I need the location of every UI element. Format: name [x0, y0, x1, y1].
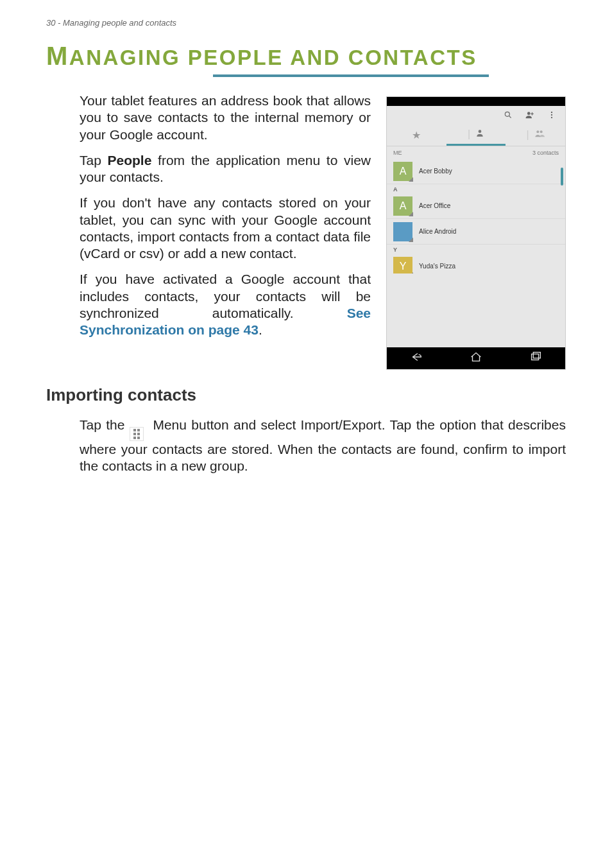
page-title: MANAGING PEOPLE AND CONTACTS [46, 42, 566, 71]
paragraph-4: If you have activated a Google account t… [46, 271, 371, 338]
tab-favorites[interactable]: ★ [387, 124, 446, 146]
svg-point-7 [551, 117, 552, 118]
paragraph-3: If you don't have any contacts stored on… [46, 195, 371, 262]
svg-line-1 [509, 116, 511, 118]
p4-post: . [259, 322, 262, 337]
svg-point-0 [505, 112, 509, 116]
avatar: Y [393, 257, 412, 276]
avatar-letter: A [400, 166, 407, 177]
section-header-a: A [387, 184, 565, 193]
p2-bold: People [108, 153, 152, 168]
paragraph-5: Tap the Menu button and select Import/Ex… [46, 417, 566, 475]
p5-pre: Tap the [80, 417, 130, 432]
tab-sep2: | [527, 129, 529, 141]
p2-pre: Tap [80, 153, 108, 168]
contacts-list: A Acer Bobby A A Acer Office Alice Andro… [387, 159, 565, 279]
avatar-letter: A [400, 200, 407, 212]
list-item[interactable]: A Acer Bobby [387, 159, 565, 184]
tab-all-contacts[interactable]: | [446, 124, 506, 146]
svg-rect-4 [531, 114, 534, 114]
svg-rect-11 [531, 354, 538, 360]
page-header: 30 - Managing people and contacts [46, 18, 566, 28]
me-section-header: ME 3 contacts [387, 146, 565, 159]
list-empty-area [387, 273, 565, 347]
avatar-badge [409, 238, 413, 242]
svg-rect-12 [533, 352, 540, 358]
p5-menu-label: Menu [153, 417, 187, 432]
svg-point-10 [540, 130, 542, 133]
title-underline [213, 74, 489, 77]
scroll-indicator [561, 168, 563, 186]
person-icon [475, 128, 484, 140]
p5-bold: Import/Export [301, 417, 382, 432]
contact-name: Acer Office [419, 202, 450, 209]
paragraph-2: Tap People from the application menu to … [46, 152, 371, 186]
avatar: A [393, 162, 412, 181]
paragraph-1: Your tablet features an address book tha… [46, 92, 371, 143]
contact-count: 3 contacts [532, 150, 559, 156]
title-first-letter: M [46, 42, 69, 70]
p5-mid: button and select [187, 417, 301, 432]
star-icon: ★ [412, 129, 421, 141]
svg-point-5 [551, 112, 552, 113]
contact-name: Yuda's Pizza [419, 263, 455, 270]
avatar-badge [409, 177, 413, 182]
importing-contacts-heading: Importing contacts [46, 385, 566, 405]
app-top-bar [387, 106, 565, 124]
avatar [393, 222, 412, 241]
back-icon[interactable] [409, 350, 423, 367]
tab-sep: | [468, 128, 470, 140]
contacts-tabs: ★ | | [387, 124, 565, 146]
title-rest: ANAGING PEOPLE AND CONTACTS [69, 46, 477, 69]
section-header-y: Y [387, 245, 565, 254]
recent-apps-icon[interactable] [529, 350, 543, 367]
svg-point-9 [536, 130, 539, 133]
home-icon[interactable] [469, 350, 483, 367]
search-icon[interactable] [504, 110, 513, 119]
list-item[interactable]: Alice Android [387, 219, 565, 245]
list-item[interactable]: A Acer Office [387, 193, 565, 219]
menu-icon [130, 427, 144, 441]
contact-name: Acer Bobby [419, 168, 452, 175]
tab-groups[interactable]: | [506, 124, 565, 146]
overflow-menu-icon[interactable] [547, 110, 556, 119]
svg-point-8 [479, 130, 482, 133]
avatar-badge [409, 212, 413, 216]
contacts-app-screenshot: ★ | | ME 3 contacts A Acer Bobby A [386, 96, 566, 370]
group-icon [534, 128, 545, 141]
me-label: ME [393, 150, 402, 156]
add-contact-icon[interactable] [525, 110, 534, 119]
contact-name: Alice Android [419, 228, 456, 235]
avatar: A [393, 196, 412, 216]
svg-point-2 [527, 112, 531, 115]
status-bar [387, 97, 565, 106]
p4-pre: If you have activated a Google account t… [80, 272, 371, 320]
avatar-letter: Y [400, 261, 407, 272]
svg-point-6 [551, 114, 552, 116]
nav-bar [387, 347, 565, 369]
